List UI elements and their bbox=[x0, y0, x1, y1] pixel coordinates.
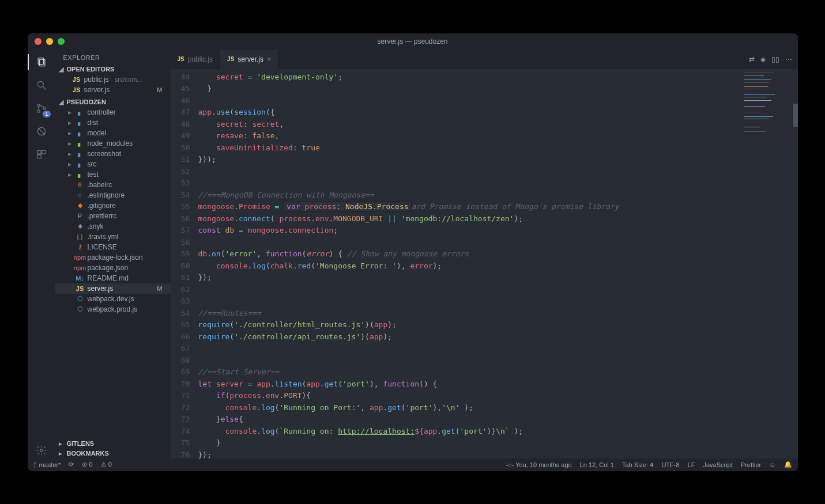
cursor-position[interactable]: Ln 12, Col 1 bbox=[580, 461, 614, 468]
folder-item[interactable]: ▸▖screenshot bbox=[55, 149, 171, 159]
debug-icon[interactable] bbox=[33, 123, 50, 139]
settings-icon[interactable] bbox=[33, 442, 50, 458]
bell-icon[interactable]: 🔔 bbox=[784, 461, 792, 468]
minimize-window-button[interactable] bbox=[46, 38, 53, 45]
editor-area: JSpublic.jsJSserver.js× ⇄ ◈ ▯▯ ⋯ 4445464… bbox=[171, 50, 798, 458]
svg-rect-1 bbox=[39, 59, 44, 66]
minimap-slider[interactable] bbox=[793, 104, 798, 127]
titlebar: server.js — pseudozen bbox=[28, 33, 798, 50]
git-blame[interactable]: -○- You, 10 months ago bbox=[506, 461, 571, 468]
svg-point-4 bbox=[37, 104, 39, 106]
file-item[interactable]: ⚷LICENSE bbox=[55, 242, 171, 252]
explorer-icon[interactable] bbox=[33, 54, 50, 70]
project-header[interactable]: ◢PSEUDOZEN bbox=[55, 97, 171, 107]
svg-rect-9 bbox=[37, 150, 41, 154]
file-item[interactable]: ◆.gitignore bbox=[55, 200, 171, 211]
folder-item[interactable]: ▸▖controller bbox=[55, 107, 171, 118]
file-item[interactable]: ○.eslintignore bbox=[55, 190, 171, 200]
open-editors-header[interactable]: ◢OPEN EDITORS bbox=[55, 65, 171, 74]
file-item[interactable]: JSserver.jsM bbox=[55, 283, 171, 294]
sidebar: EXPLORER ◢OPEN EDITORS JSpublic.jssrc/co… bbox=[55, 50, 171, 458]
errors-indicator[interactable]: ⊘ 0 bbox=[82, 461, 92, 468]
minimap[interactable] bbox=[740, 69, 798, 458]
close-window-button[interactable] bbox=[35, 38, 42, 45]
tab-size[interactable]: Tab Size: 4 bbox=[622, 461, 653, 468]
maximize-window-button[interactable] bbox=[58, 38, 65, 45]
close-tab-icon[interactable]: × bbox=[267, 55, 272, 63]
extensions-icon[interactable] bbox=[33, 146, 50, 162]
file-item[interactable]: M↓README.md bbox=[55, 273, 171, 283]
scm-badge: 1 bbox=[43, 111, 50, 118]
bookmarks-header[interactable]: ▸BOOKMARKS bbox=[55, 449, 171, 458]
editor-tab[interactable]: JSserver.js× bbox=[220, 50, 279, 69]
file-item[interactable]: ⬡webpack.dev.js bbox=[55, 294, 171, 304]
editor-tab[interactable]: JSpublic.js bbox=[171, 50, 221, 69]
folder-item[interactable]: ▸▖src bbox=[55, 159, 171, 169]
sidebar-title: EXPLORER bbox=[55, 50, 171, 63]
gitlens-header[interactable]: ▸GITLENS bbox=[55, 439, 171, 449]
file-item[interactable]: npmpackage-lock.json bbox=[55, 252, 171, 263]
feedback-icon[interactable]: ☺ bbox=[769, 461, 775, 468]
split-editor-icon[interactable]: ▯▯ bbox=[771, 55, 779, 63]
source-control-icon[interactable]: 1 bbox=[33, 100, 50, 116]
svg-rect-0 bbox=[38, 58, 43, 65]
more-icon[interactable]: ⋯ bbox=[785, 55, 792, 63]
activity-bar: 1 bbox=[28, 50, 55, 458]
eol[interactable]: LF bbox=[688, 461, 695, 468]
folder-item[interactable]: ▸▖test bbox=[55, 169, 171, 180]
folder-item[interactable]: ▸▖model bbox=[55, 128, 171, 138]
file-item[interactable]: ⬡webpack.prod.js bbox=[55, 304, 171, 314]
file-item[interactable]: {.}.travis.yml bbox=[55, 232, 171, 242]
warnings-indicator[interactable]: ⚠ 0 bbox=[101, 461, 112, 468]
encoding[interactable]: UTF-8 bbox=[661, 461, 679, 468]
line-gutter: 4445464748495051525354555657585960616263… bbox=[171, 69, 198, 458]
svg-rect-11 bbox=[37, 154, 41, 158]
open-editor-item[interactable]: JSpublic.jssrc/com... bbox=[55, 74, 171, 85]
svg-point-6 bbox=[43, 107, 45, 109]
svg-line-8 bbox=[38, 128, 45, 135]
sync-button[interactable]: ⟳ bbox=[69, 461, 74, 468]
gitlens-tab-icon[interactable]: ◈ bbox=[760, 55, 766, 63]
folder-item[interactable]: ▸▖node_modules bbox=[55, 138, 171, 149]
svg-point-12 bbox=[40, 449, 43, 452]
svg-rect-10 bbox=[42, 150, 45, 154]
compare-icon[interactable]: ⇄ bbox=[749, 55, 755, 63]
file-item[interactable]: npmpackage.json bbox=[55, 263, 171, 273]
file-item[interactable]: ◈.snyk bbox=[55, 221, 171, 232]
file-item[interactable]: P.prettierrc bbox=[55, 211, 171, 221]
branch-indicator[interactable]: ᚶ master* bbox=[33, 461, 61, 468]
svg-line-3 bbox=[43, 86, 46, 89]
tab-bar: JSpublic.jsJSserver.js× ⇄ ◈ ▯▯ ⋯ bbox=[171, 50, 798, 69]
vscode-window: server.js — pseudozen 1 EXPLORER ◢OPEN E… bbox=[28, 33, 798, 471]
file-item[interactable]: 6.babelrc bbox=[55, 180, 171, 190]
code-editor[interactable]: secret = 'development-only'; } app.use(s… bbox=[198, 69, 740, 458]
open-editor-item[interactable]: JSserver.jsM bbox=[55, 85, 171, 95]
status-bar: ᚶ master* ⟳ ⊘ 0 ⚠ 0 -○- You, 10 months a… bbox=[28, 458, 798, 471]
formatter[interactable]: Prettier bbox=[741, 461, 761, 468]
language-mode[interactable]: JavaScript bbox=[703, 461, 732, 468]
svg-point-2 bbox=[37, 81, 43, 87]
window-title: server.js — pseudozen bbox=[377, 37, 447, 46]
folder-item[interactable]: ▸▖dist bbox=[55, 118, 171, 128]
svg-point-5 bbox=[37, 109, 39, 112]
search-icon[interactable] bbox=[33, 77, 50, 93]
